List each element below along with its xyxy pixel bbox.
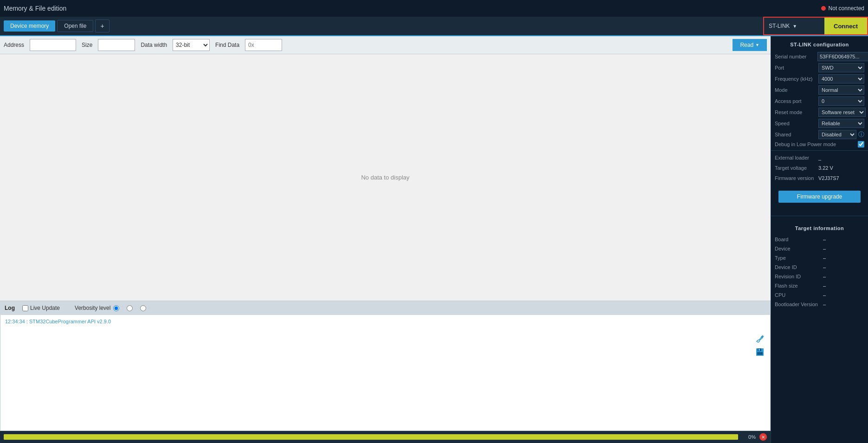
address-label: Address — [4, 42, 24, 48]
verbosity-2-radio[interactable] — [127, 305, 133, 311]
mode-select[interactable]: Normal Under Reset Power Down — [818, 85, 864, 95]
verbosity-label: Verbosity level — [75, 305, 110, 311]
device-row: Device – — [771, 244, 868, 253]
address-input[interactable] — [30, 39, 76, 51]
device-id-value: – — [823, 264, 826, 270]
device-value: – — [823, 246, 826, 251]
target-voltage-label: Target voltage — [775, 165, 817, 171]
shared-select[interactable]: Disabled Enabled — [818, 130, 856, 139]
type-row: Type – — [771, 253, 868, 263]
target-voltage-value: 3.22 V — [818, 165, 864, 171]
frequency-select[interactable]: 4000 1800 900 — [818, 74, 864, 83]
serial-number-row: Serial number ⟳ — [771, 51, 868, 62]
port-select[interactable]: SWD JTAG — [818, 63, 864, 72]
divider-2 — [771, 216, 868, 216]
cpu-label: CPU — [775, 292, 821, 298]
reset-mode-row: Reset mode Software reset Hardware reset… — [771, 107, 868, 118]
firmware-version-row: Firmware version V2J37S7 — [771, 173, 868, 183]
log-section: Log Live Update Verbosity level 1 2 — [0, 301, 771, 431]
stlink-select-wrapper: ST-LINK ▼ — [764, 18, 824, 34]
ext-loader-label: External loader — [775, 155, 817, 161]
verbosity-3-radio[interactable] — [140, 305, 146, 311]
connection-status-label: Not connected — [829, 5, 864, 12]
shared-info-icon[interactable]: ⓘ — [858, 130, 864, 139]
progress-bar-fill — [4, 434, 738, 440]
data-width-select[interactable]: 32-bit 16-bit 8-bit — [173, 39, 210, 51]
shared-row: Shared Disabled Enabled ⓘ — [771, 129, 868, 140]
chevron-down-icon[interactable]: ▼ — [792, 24, 797, 29]
revision-id-label: Revision ID — [775, 274, 821, 279]
ext-loader-value: _ — [818, 155, 864, 161]
bootloader-label: Bootloader Version — [775, 302, 821, 307]
no-data-label: No data to display — [361, 174, 409, 181]
find-data-label: Find Data — [215, 42, 239, 48]
memory-content-area: No data to display — [0, 54, 771, 301]
mode-row: Mode Normal Under Reset Power Down — [771, 84, 868, 96]
type-label: Type — [775, 255, 821, 261]
serial-number-input[interactable] — [817, 52, 868, 61]
find-data-input[interactable] — [245, 39, 282, 51]
divider-1 — [771, 150, 868, 151]
connection-status-area: Not connected — [821, 5, 864, 12]
reset-mode-select[interactable]: Software reset Hardware reset Core reset — [818, 108, 866, 117]
debug-low-power-row: Debug in Low Power mode — [771, 140, 868, 148]
speed-row: Speed Reliable Fast — [771, 118, 868, 129]
frequency-row: Frequency (kHz) 4000 1800 900 — [771, 73, 868, 84]
stlink-connect-group: ST-LINK ▼ Connect — [763, 17, 868, 35]
right-panel: ST-LINK configuration Serial number ⟳ Po… — [771, 36, 868, 443]
log-save-button[interactable] — [754, 347, 765, 358]
connect-button[interactable]: Connect — [824, 18, 867, 34]
data-width-label: Data width — [141, 42, 167, 48]
cancel-button[interactable]: ✕ — [759, 433, 767, 441]
revision-id-value: – — [823, 274, 826, 279]
read-button-label: Read — [740, 42, 753, 48]
serial-number-label: Serial number — [775, 54, 817, 59]
speed-select[interactable]: Reliable Fast — [818, 119, 864, 128]
verbosity-1-label[interactable]: 1 — [113, 305, 124, 311]
board-label: Board — [775, 237, 821, 242]
debug-low-power-label: Debug in Low Power mode — [775, 141, 856, 147]
flash-size-value: – — [823, 283, 826, 289]
log-title: Log — [5, 305, 15, 311]
device-id-label: Device ID — [775, 264, 821, 270]
tab-and-connection-row: Device memory Open file + ST-LINK ▼ Conn… — [0, 17, 868, 36]
cpu-row: CPU – — [771, 290, 868, 300]
main-layout: Address Size Data width 32-bit 16-bit 8-… — [0, 36, 868, 443]
bootloader-row: Bootloader Version – — [771, 300, 868, 309]
target-info-section: Target information Board – Device – Type… — [771, 222, 868, 311]
access-port-select[interactable]: 0 1 — [818, 96, 864, 106]
flash-size-row: Flash size – — [771, 281, 868, 290]
live-update-label: Live Update — [30, 305, 60, 311]
svg-rect-4 — [759, 349, 760, 351]
header-row: Memory & File edition Not connected — [0, 0, 868, 17]
verbosity-1-value: 1 — [121, 305, 124, 311]
revision-id-row: Revision ID – — [771, 272, 868, 281]
log-header: Log Live Update Verbosity level 1 2 — [0, 301, 771, 315]
live-update-area: Live Update — [22, 305, 60, 311]
live-update-checkbox[interactable] — [22, 305, 28, 311]
stlink-label: ST-LINK — [769, 23, 790, 29]
device-label: Device — [775, 246, 821, 251]
save-icon — [755, 347, 765, 357]
firmware-upgrade-button[interactable]: Firmware upgrade — [778, 191, 861, 203]
log-clear-button[interactable] — [754, 334, 765, 345]
tab-add-button[interactable]: + — [95, 19, 109, 32]
center-area: Address Size Data width 32-bit 16-bit 8-… — [0, 36, 771, 443]
log-actions — [754, 334, 765, 358]
tab-device-memory[interactable]: Device memory — [4, 20, 55, 32]
verbosity-2-label[interactable]: 2 — [127, 305, 137, 311]
verbosity-area: Verbosity level 1 2 3 — [75, 305, 150, 311]
access-port-row: Access port 0 1 — [771, 96, 868, 107]
verbosity-3-label[interactable]: 3 — [140, 305, 151, 311]
stlink-config-title: ST-LINK configuration — [771, 40, 868, 51]
type-value: – — [823, 255, 826, 261]
verbosity-1-radio[interactable] — [113, 305, 119, 311]
progress-bar-section: 0% ✕ — [0, 431, 771, 443]
tab-open-file[interactable]: Open file — [57, 20, 93, 32]
progress-bar — [4, 434, 738, 440]
size-input[interactable] — [98, 39, 135, 51]
read-button[interactable]: Read ▼ — [733, 39, 767, 51]
debug-low-power-checkbox[interactable] — [858, 141, 864, 148]
device-id-row: Device ID – — [771, 263, 868, 272]
size-label: Size — [82, 42, 92, 48]
